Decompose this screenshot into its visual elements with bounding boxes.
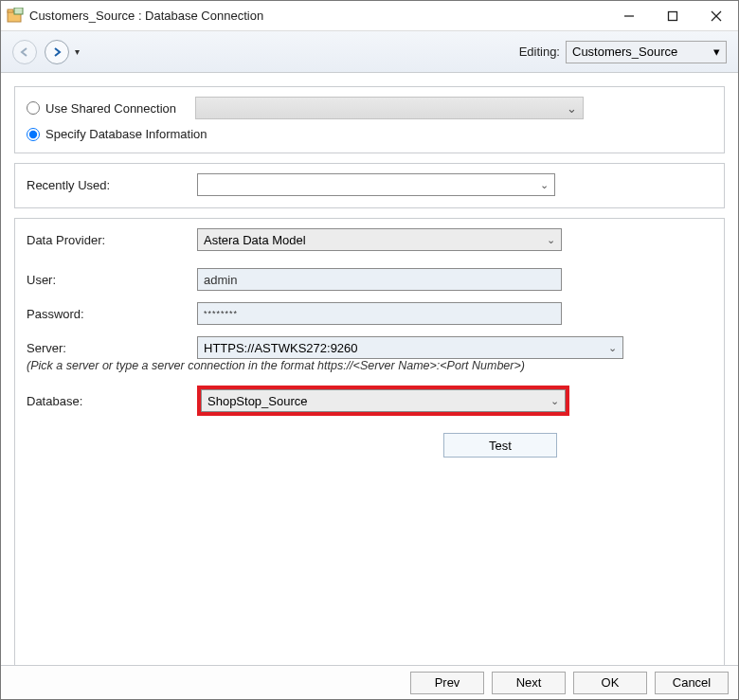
use-shared-radio[interactable] [27,101,40,115]
data-provider-select[interactable]: Astera Data Model ⌄ [197,228,562,251]
next-button[interactable]: Next [492,672,566,694]
password-label: Password: [27,307,197,321]
chevron-down-icon: ⌄ [608,342,617,354]
data-provider-label: Data Provider: [27,233,197,247]
database-value: ShopStop_Source [207,394,308,408]
password-field[interactable]: ******** [197,302,562,325]
test-label: Test [489,439,512,453]
recently-used-group: Recently Used: ⌄ [14,163,725,208]
user-field[interactable]: admin [197,268,562,291]
nav-forward-button[interactable] [45,40,69,64]
nav-dropdown-caret-icon[interactable]: ▾ [75,46,80,57]
server-value: HTTPS://ASTWKS272:9260 [204,341,358,355]
ok-button[interactable]: OK [573,672,647,694]
connection-mode-group: Use Shared Connection ⌄ Specify Database… [14,86,725,153]
dialog-window: Customers_Source : Database Connection ▾… [0,0,739,700]
chevron-down-icon: ▾ [713,45,720,59]
footer: Prev Next OK Cancel [1,665,738,699]
server-hint: (Pick a server or type a server connecti… [27,359,712,372]
data-provider-value: Astera Data Model [204,233,306,247]
close-button[interactable] [694,1,738,31]
test-button[interactable]: Test [443,433,557,458]
recently-used-select[interactable]: ⌄ [197,173,555,196]
use-shared-row: Use Shared Connection ⌄ [27,97,712,119]
window-title: Customers_Source : Database Connection [29,9,263,23]
nav-back-button[interactable] [12,40,37,64]
editing-value: Customers_Source [572,45,677,59]
maximize-button[interactable] [651,1,694,31]
chevron-down-icon: ⌄ [547,234,555,246]
database-highlight: ShopStop_Source ⌄ [197,386,569,416]
content-area: Use Shared Connection ⌄ Specify Database… [1,73,738,665]
minimize-button[interactable] [607,1,651,31]
cancel-button[interactable]: Cancel [655,672,729,694]
recently-used-label: Recently Used: [27,178,197,192]
db-fields-group: Data Provider: Astera Data Model ⌄ User:… [14,218,725,665]
user-value: admin [204,273,237,287]
svg-rect-2 [14,8,23,14]
chevron-down-icon: ⌄ [550,395,559,407]
prev-button[interactable]: Prev [410,672,484,694]
database-label: Database: [27,394,197,408]
titlebar: Customers_Source : Database Connection [1,1,738,31]
specify-db-label: Specify Database Information [45,127,207,141]
specify-db-radio[interactable] [27,128,40,141]
password-value: ******** [204,309,238,318]
server-select[interactable]: HTTPS://ASTWKS272:9260 ⌄ [197,336,623,359]
use-shared-label: Use Shared Connection [45,101,176,116]
server-label: Server: [27,341,197,355]
editing-select[interactable]: Customers_Source ▾ [566,41,727,63]
chevron-down-icon: ⌄ [540,179,549,191]
chevron-down-icon: ⌄ [567,101,577,116]
shared-connection-select[interactable]: ⌄ [195,97,584,119]
app-icon [7,8,24,25]
toolbar: ▾ Editing: Customers_Source ▾ [1,31,738,73]
editing-label: Editing: [519,45,560,59]
database-select[interactable]: ShopStop_Source ⌄ [201,389,566,412]
specify-row: Specify Database Information [27,127,712,141]
svg-rect-4 [669,11,677,20]
svg-rect-1 [8,9,13,12]
user-label: User: [27,273,197,287]
